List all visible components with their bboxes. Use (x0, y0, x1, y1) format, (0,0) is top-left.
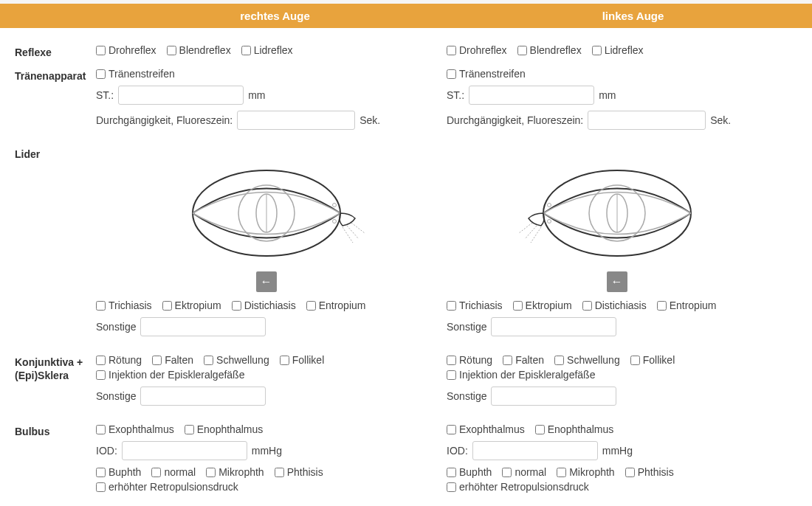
row-lider: Lider (15, 146, 797, 336)
konj-left: Rötung Falten Schwellung Follikel Injekt… (447, 354, 797, 406)
unit-mmhg: mmHg (252, 445, 282, 457)
label-durch: Durchgängigkeit, Fluoreszein: (447, 114, 583, 126)
svg-point-5 (332, 220, 336, 223)
cb-phthisis[interactable]: Phthisis (275, 466, 323, 478)
cb-mikrophth[interactable]: Mikrophth (206, 466, 264, 478)
cb-normal[interactable]: normal (151, 466, 196, 478)
svg-line-8 (351, 223, 365, 233)
table-header: rechtes Auge linkes Auge (0, 4, 812, 28)
cb-normal[interactable]: normal (502, 466, 546, 478)
cb-roetung[interactable]: Rötung (96, 354, 142, 366)
row-traenenapparat: Tränenapparat Tränenstreifen ST.: mm Dur… (15, 68, 797, 130)
unit-mm: mm (248, 89, 265, 101)
row-reflexe: Reflexe Drohreflex Blendreflex Lidreflex… (15, 44, 797, 59)
svg-line-6 (343, 227, 353, 243)
cb-injektion[interactable]: Injektion der Episkleralgefäße (447, 369, 595, 381)
eye-diagram-left: ← (447, 146, 787, 299)
svg-line-7 (347, 226, 359, 239)
input-durch[interactable] (588, 111, 706, 130)
input-iod[interactable] (122, 441, 247, 460)
cb-trichiasis[interactable]: Trichiasis (447, 299, 503, 311)
svg-line-17 (519, 223, 532, 233)
cb-drohreflex[interactable]: Drohreflex (447, 44, 507, 56)
cb-lidreflex[interactable]: Lidreflex (592, 44, 644, 56)
cb-falten[interactable]: Falten (503, 354, 544, 366)
cb-mikrophth[interactable]: Mikrophth (557, 466, 614, 478)
label-sonstige: Sonstige (96, 390, 136, 402)
arrow-button[interactable]: ← (256, 271, 277, 292)
cb-phthisis[interactable]: Phthisis (625, 466, 674, 478)
cb-schwellung[interactable]: Schwellung (554, 354, 620, 366)
unit-sek: Sek. (710, 114, 731, 126)
label-sonstige: Sonstige (96, 321, 136, 333)
label-iod: IOD: (447, 445, 468, 457)
svg-line-15 (531, 227, 541, 243)
cb-blendreflex[interactable]: Blendreflex (517, 44, 582, 56)
eye-diagram-right: ← (96, 146, 436, 299)
svg-point-13 (547, 204, 551, 207)
label-lider: Lider (15, 146, 96, 161)
label-durch: Durchgängigkeit, Fluoreszein: (96, 114, 233, 126)
cb-buphth[interactable]: Buphth (96, 466, 141, 478)
cb-schwellung[interactable]: Schwellung (204, 354, 269, 366)
cb-distichiasis[interactable]: Distichiasis (232, 299, 296, 311)
cb-roetung[interactable]: Rötung (447, 354, 492, 366)
label-st: ST.: (96, 89, 114, 101)
header-right-eye: rechtes Auge (96, 4, 454, 28)
unit-sek: Sek. (359, 114, 380, 126)
cb-entropium[interactable]: Entropium (657, 299, 717, 311)
cb-injektion[interactable]: Injektion der Episkleralgefäße (96, 369, 244, 381)
cb-enophthalmus[interactable]: Enophthalmus (185, 423, 264, 435)
cb-lidreflex[interactable]: Lidreflex (241, 44, 293, 56)
cb-trichiasis[interactable]: Trichiasis (96, 299, 152, 311)
cb-blendreflex[interactable]: Blendreflex (167, 44, 231, 56)
cb-traenenstreifen[interactable]: Tränenstreifen (447, 68, 526, 80)
label-traenen: Tränenapparat (15, 68, 96, 83)
bulbus-left: Exophthalmus Enophthalmus IOD: mmHg Buph… (447, 423, 797, 493)
label-bulbus: Bulbus (15, 423, 96, 438)
svg-point-14 (547, 220, 551, 223)
input-iod[interactable] (472, 441, 598, 460)
arrow-left-icon: ← (261, 276, 272, 288)
cb-retropulsion[interactable]: erhöhter Retropulsionsdruck (447, 481, 589, 493)
cb-follikel[interactable]: Follikel (630, 354, 675, 366)
input-sonstige-konj[interactable] (491, 387, 616, 406)
row-bulbus: Bulbus Exophthalmus Enophthalmus IOD: mm… (15, 423, 797, 493)
arrow-left-icon: ← (611, 276, 623, 288)
cb-falten[interactable]: Falten (152, 354, 193, 366)
unit-mmhg: mmHg (602, 445, 633, 457)
cb-distichiasis[interactable]: Distichiasis (582, 299, 647, 311)
bulbus-right: Exophthalmus Enophthalmus IOD: mmHg Buph… (96, 423, 447, 493)
input-st[interactable] (469, 86, 594, 105)
traenen-right: Tränenstreifen ST.: mm Durchgängigkeit, … (96, 68, 447, 130)
label-reflexe: Reflexe (15, 44, 96, 59)
input-st[interactable] (118, 86, 244, 105)
arrow-button[interactable]: ← (607, 271, 627, 292)
cb-traenenstreifen[interactable]: Tränenstreifen (96, 68, 175, 80)
cb-ektropium[interactable]: Ektropium (162, 299, 221, 311)
cb-exophthalmus[interactable]: Exophthalmus (96, 423, 174, 435)
input-sonstige-lider[interactable] (491, 317, 616, 336)
reflexe-right: Drohreflex Blendreflex Lidreflex (96, 44, 447, 56)
label-sonstige: Sonstige (447, 321, 486, 333)
label-sonstige: Sonstige (447, 390, 486, 402)
cb-exophthalmus[interactable]: Exophthalmus (447, 423, 525, 435)
unit-mm: mm (599, 89, 616, 101)
cb-retropulsion[interactable]: erhöhter Retropulsionsdruck (96, 481, 238, 493)
cb-ektropium[interactable]: Ektropium (513, 299, 572, 311)
cb-enophthalmus[interactable]: Enophthalmus (535, 423, 614, 435)
label-st: ST.: (447, 89, 464, 101)
row-konjunktiva: Konjunktiva + (Epi)Sklera Rötung Falten … (15, 354, 797, 406)
cb-entropium[interactable]: Entropium (306, 299, 366, 311)
cb-follikel[interactable]: Follikel (280, 354, 325, 366)
konj-right: Rötung Falten Schwellung Follikel Injekt… (96, 354, 447, 406)
input-sonstige-konj[interactable] (140, 387, 266, 406)
input-durch[interactable] (237, 111, 355, 130)
label-konj: Konjunktiva + (Epi)Sklera (15, 354, 96, 382)
svg-point-4 (332, 204, 336, 207)
input-sonstige-lider[interactable] (140, 317, 266, 336)
header-left-eye: linkes Auge (454, 4, 812, 28)
cb-drohreflex[interactable]: Drohreflex (96, 44, 156, 56)
cb-buphth[interactable]: Buphth (447, 466, 492, 478)
svg-line-16 (525, 226, 537, 239)
